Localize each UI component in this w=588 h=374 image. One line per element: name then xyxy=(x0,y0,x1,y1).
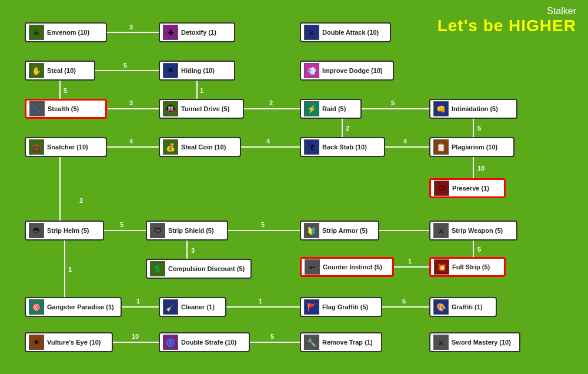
svg-text:10: 10 xyxy=(132,333,139,340)
skill-icon-full_strip: 💥 xyxy=(434,259,449,275)
skill-node-remove_trap[interactable]: 🔧Remove Trap (1) xyxy=(300,332,382,352)
skill-node-cleaner[interactable]: 🧹Cleaner (1) xyxy=(159,297,226,317)
skill-node-compulsion_discount[interactable]: 💲Compulsion Discount (5) xyxy=(146,259,252,279)
skill-icon-compulsion_discount: 💲 xyxy=(150,261,165,276)
skill-icon-strip_weapon: ⚔ xyxy=(433,223,449,238)
skill-label-vultures_eye: Vulture's Eye (10) xyxy=(47,339,101,346)
svg-text:1: 1 xyxy=(259,298,262,305)
skill-node-strip_helm[interactable]: ⛑Strip Helm (5) xyxy=(25,221,104,241)
skill-icon-counter_instinct: ↩ xyxy=(305,259,320,275)
skill-icon-detoxify: ✚ xyxy=(163,25,178,40)
skill-node-flag_graffiti[interactable]: 🚩Flag Graffiti (5) xyxy=(300,297,382,317)
svg-text:5: 5 xyxy=(477,125,481,132)
skill-label-preserve: Preserve (1) xyxy=(452,185,489,192)
skill-icon-stealth: 🐾 xyxy=(29,101,45,116)
skill-icon-graffiti: 🎨 xyxy=(433,299,449,315)
skill-label-gangster_paradise: Gangster Paradise (1) xyxy=(47,303,114,310)
skill-label-sword_mastery: Sword Mastery (10) xyxy=(452,339,511,346)
skill-label-strip_weapon: Strip Weapon (5) xyxy=(452,227,503,234)
title-area: Stalker Let's be HIGHER xyxy=(437,6,576,35)
skill-node-improve_dodge[interactable]: 💨Improve Dodge (10) xyxy=(300,61,394,81)
skill-icon-preserve: 🛡 xyxy=(434,181,449,196)
skill-node-raid[interactable]: ⚡Raid (5) xyxy=(300,99,362,119)
skill-icon-cleaner: 🧹 xyxy=(163,299,178,315)
skill-icon-flag_graffiti: 🚩 xyxy=(304,299,319,315)
skill-node-double_attack[interactable]: ⚔Double Attack (10) xyxy=(300,22,391,42)
svg-text:5: 5 xyxy=(391,99,395,106)
skill-label-strip_armor: Strip Armor (5) xyxy=(322,227,368,234)
title-highlight: HIGHER xyxy=(509,16,576,35)
skill-label-double_attack: Double Attack (10) xyxy=(322,29,379,36)
skill-label-improve_dodge: Improve Dodge (10) xyxy=(322,67,383,74)
skill-node-strip_shield[interactable]: 🛡Strip Shield (5) xyxy=(146,221,228,241)
skill-node-strip_armor[interactable]: 🔰Strip Armor (5) xyxy=(300,221,379,241)
skill-label-snatcher: Snatcher (10) xyxy=(47,143,88,151)
skill-icon-strip_shield: 🛡 xyxy=(150,223,165,238)
svg-text:5: 5 xyxy=(64,87,67,94)
skill-label-intimidation: Intimidation (5) xyxy=(452,105,498,112)
skill-label-steal: Steal (10) xyxy=(47,67,76,74)
skill-label-cleaner: Cleaner (1) xyxy=(181,303,215,310)
skill-icon-plagiarism: 📋 xyxy=(433,139,449,155)
skill-node-steal[interactable]: ✋Steal (10) xyxy=(25,61,95,81)
skill-icon-steal_coin: 💰 xyxy=(163,139,178,155)
skill-node-sword_mastery[interactable]: ⚔Sword Mastery (10) xyxy=(429,332,520,352)
svg-text:1: 1 xyxy=(68,266,72,273)
svg-text:5: 5 xyxy=(120,221,123,228)
skill-label-full_strip: Full Strip (5) xyxy=(452,263,490,271)
skill-label-stealth: Stealth (5) xyxy=(48,105,79,112)
svg-text:2: 2 xyxy=(269,99,273,106)
svg-text:3: 3 xyxy=(129,24,133,31)
skill-node-detoxify[interactable]: ✚Detoxify (1) xyxy=(159,22,235,42)
skill-node-graffiti[interactable]: 🎨Graffiti (1) xyxy=(429,297,497,317)
skill-node-steal_coin[interactable]: 💰Steal Coin (10) xyxy=(159,137,241,157)
skill-label-plagiarism: Plagiarism (10) xyxy=(452,143,497,151)
skill-node-counter_instinct[interactable]: ↩Counter Instinct (5) xyxy=(300,257,394,277)
svg-text:5: 5 xyxy=(270,333,274,340)
skill-node-intimidation[interactable]: 👊Intimidation (5) xyxy=(429,99,517,119)
skill-label-compulsion_discount: Compulsion Discount (5) xyxy=(168,265,245,272)
skill-icon-tunnel_drive: 🚇 xyxy=(163,101,178,116)
svg-text:3: 3 xyxy=(191,247,195,254)
title-main: Let's be HIGHER xyxy=(437,16,576,35)
skill-icon-steal: ✋ xyxy=(29,63,44,78)
skill-node-full_strip[interactable]: 💥Full Strip (5) xyxy=(429,257,506,277)
skill-icon-remove_trap: 🔧 xyxy=(304,335,319,350)
skill-node-plagiarism[interactable]: 📋Plagiarism (10) xyxy=(429,137,514,157)
skill-label-tunnel_drive: Tunnel Drive (5) xyxy=(181,105,229,112)
title-prefix: Let's be xyxy=(437,16,509,35)
skill-node-double_strafe[interactable]: 🌀Double Strafe (10) xyxy=(159,332,250,352)
skill-label-envenom: Envenom (10) xyxy=(47,29,89,36)
skill-node-gangster_paradise[interactable]: 🎯Gangster Paradise (1) xyxy=(25,297,122,317)
svg-text:1: 1 xyxy=(200,87,203,94)
svg-text:3: 3 xyxy=(129,99,133,106)
skill-icon-hiding: 👁 xyxy=(163,63,178,78)
skill-node-snatcher[interactable]: 💼Snatcher (10) xyxy=(25,137,107,157)
svg-text:2: 2 xyxy=(79,197,83,204)
skill-node-preserve[interactable]: 🛡Preserve (1) xyxy=(429,178,506,198)
skill-label-steal_coin: Steal Coin (10) xyxy=(181,143,226,151)
skill-label-counter_instinct: Counter Instinct (5) xyxy=(323,263,382,271)
svg-text:5: 5 xyxy=(477,246,481,253)
skill-node-tunnel_drive[interactable]: 🚇Tunnel Drive (5) xyxy=(159,99,244,119)
skill-node-stealth[interactable]: 🐾Stealth (5) xyxy=(25,99,107,119)
svg-text:1: 1 xyxy=(408,258,412,265)
skill-icon-back_stab: 🗡 xyxy=(304,139,319,155)
skill-icon-vultures_eye: 👁 xyxy=(29,335,44,350)
skill-node-hiding[interactable]: 👁Hiding (10) xyxy=(159,61,235,81)
skill-icon-raid: ⚡ xyxy=(304,101,319,116)
svg-text:5: 5 xyxy=(261,221,265,228)
skill-label-double_strafe: Double Strafe (10) xyxy=(181,339,236,346)
svg-text:1: 1 xyxy=(136,298,140,305)
skill-node-vultures_eye[interactable]: 👁Vulture's Eye (10) xyxy=(25,332,113,352)
skill-node-envenom[interactable]: ☠Envenom (10) xyxy=(25,22,107,42)
skill-icon-double_strafe: 🌀 xyxy=(163,335,178,350)
skill-node-strip_weapon[interactable]: ⚔Strip Weapon (5) xyxy=(429,221,517,241)
skill-node-back_stab[interactable]: 🗡Back Stab (10) xyxy=(300,137,385,157)
skill-icon-improve_dodge: 💨 xyxy=(304,63,319,78)
skill-icon-strip_helm: ⛑ xyxy=(29,223,44,238)
title-sub: Stalker xyxy=(437,6,576,16)
skill-label-raid: Raid (5) xyxy=(322,105,346,112)
skill-label-flag_graffiti: Flag Graffiti (5) xyxy=(322,303,368,310)
skill-label-detoxify: Detoxify (1) xyxy=(181,29,216,36)
